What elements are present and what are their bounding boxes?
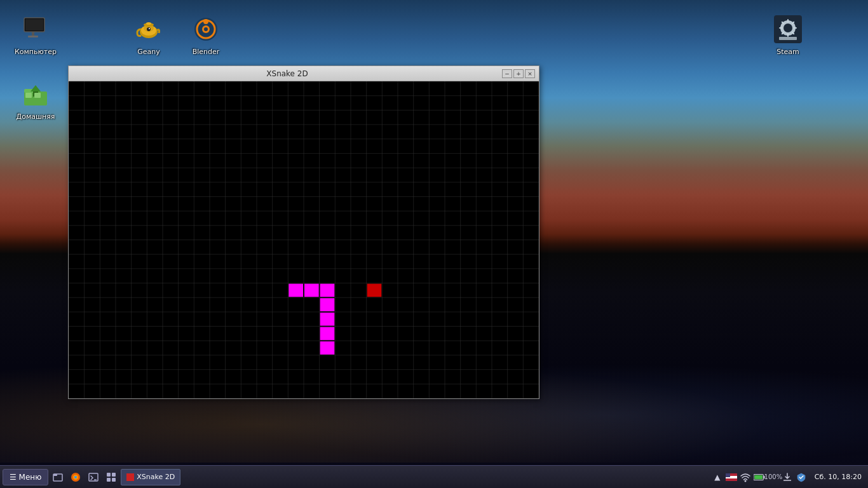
svg-point-24 xyxy=(783,24,792,32)
window-maximize-button[interactable]: + xyxy=(513,69,524,78)
svg-rect-25 xyxy=(787,19,789,22)
svg-rect-20 xyxy=(25,93,32,98)
tray-shield-icon[interactable] xyxy=(796,471,807,483)
blender-icon-img xyxy=(191,14,221,44)
taskbar-clock: Сб. 10, 18:20 xyxy=(811,473,865,481)
tray-wifi-icon[interactable] xyxy=(740,471,751,483)
taskbar-firefox-button[interactable] xyxy=(67,469,84,485)
geany-icon-label: Geany xyxy=(135,47,162,57)
taskbar-extra-button[interactable] xyxy=(103,469,119,485)
xsnake-window: XSnake 2D − + × xyxy=(68,65,539,399)
svg-rect-43 xyxy=(107,478,111,482)
svg-point-15 xyxy=(204,27,208,31)
computer-icon-label: Компьютер xyxy=(13,47,58,57)
taskbar-xsnake-app[interactable]: XSnake 2D xyxy=(121,469,180,485)
taskbar-menu-button[interactable]: ☰ Меню xyxy=(3,469,48,485)
svg-point-38 xyxy=(74,476,77,478)
svg-point-49 xyxy=(744,480,746,482)
svg-point-8 xyxy=(146,22,151,25)
tray-battery-icon[interactable] xyxy=(754,471,765,483)
svg-rect-41 xyxy=(107,473,111,477)
svg-rect-1 xyxy=(25,19,43,30)
taskbar-tray: ▲ xyxy=(709,471,810,483)
svg-rect-2 xyxy=(32,32,34,36)
taskbar-files-button[interactable] xyxy=(50,469,66,485)
steam-icon-img xyxy=(773,14,803,44)
taskbar-terminal-button[interactable] xyxy=(85,469,102,485)
tray-download-icon[interactable] xyxy=(782,471,793,483)
home-icon-label: Домашняя xyxy=(15,112,57,122)
taskbar-app-label: XSnake 2D xyxy=(137,473,175,481)
svg-point-9 xyxy=(147,27,151,31)
window-minimize-button[interactable]: − xyxy=(502,69,512,78)
window-title: XSnake 2D xyxy=(72,69,502,78)
svg-point-13 xyxy=(203,19,208,24)
desktop-icon-computer[interactable]: Компьютер xyxy=(13,11,58,60)
svg-point-10 xyxy=(149,28,150,29)
app-indicator-icon xyxy=(126,473,134,481)
svg-rect-47 xyxy=(726,478,737,481)
home-icon-img xyxy=(20,79,51,109)
desktop-icon-geany[interactable]: Geany xyxy=(126,11,172,60)
svg-marker-18 xyxy=(31,85,41,92)
desktop-icon-home[interactable]: Домашняя xyxy=(13,76,58,125)
svg-rect-27 xyxy=(794,27,797,29)
computer-icon-img xyxy=(20,14,51,44)
svg-rect-35 xyxy=(53,474,57,476)
snake-game-canvas[interactable] xyxy=(69,81,539,398)
svg-rect-3 xyxy=(28,36,38,37)
tray-flag-icon[interactable] xyxy=(726,471,737,483)
window-controls: − + × xyxy=(502,69,535,78)
desktop: Компьютер Geany xyxy=(0,0,868,488)
tray-battery-label: 100% xyxy=(768,471,779,483)
svg-rect-33 xyxy=(779,37,797,40)
desktop-icon-steam[interactable]: Steam xyxy=(765,11,811,60)
steam-icon-label: Steam xyxy=(775,47,801,57)
tray-arrow-icon[interactable]: ▲ xyxy=(712,471,723,483)
blender-icon-label: Blender xyxy=(191,47,222,57)
svg-rect-44 xyxy=(112,478,116,482)
geany-icon-img xyxy=(133,14,164,44)
desktop-icon-blender[interactable]: Blender xyxy=(183,11,229,60)
svg-rect-42 xyxy=(112,473,116,477)
window-close-button[interactable]: × xyxy=(525,69,535,78)
svg-rect-21 xyxy=(34,93,41,98)
window-titlebar[interactable]: XSnake 2D − + × xyxy=(69,66,539,81)
taskbar: ☰ Меню xyxy=(0,465,868,488)
svg-rect-52 xyxy=(754,475,763,478)
svg-rect-31 xyxy=(779,27,782,29)
svg-rect-48 xyxy=(726,473,730,477)
window-content xyxy=(69,81,539,398)
svg-rect-29 xyxy=(787,34,789,37)
